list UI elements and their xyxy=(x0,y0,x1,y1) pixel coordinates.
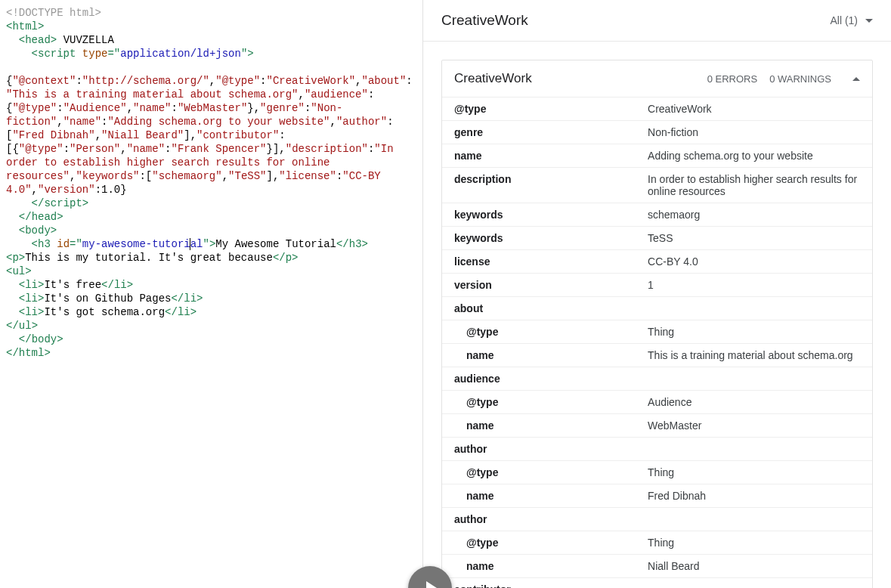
property-row[interactable]: genreNon-fiction xyxy=(442,121,872,144)
code-doctype: <!DOCTYPE html> xyxy=(6,7,101,19)
code-editor[interactable]: <!DOCTYPE html> <html> <head> VUVZELLA <… xyxy=(0,0,423,588)
results-panel: CreativeWork All (1) CreativeWork 0 ERRO… xyxy=(423,0,891,588)
property-row[interactable]: nameFred Dibnah xyxy=(442,484,872,508)
property-row[interactable]: @typeThing xyxy=(442,320,872,344)
property-key: about xyxy=(442,297,636,320)
property-key: license xyxy=(442,250,636,274)
warnings-label: 0 WARNINGS xyxy=(769,73,831,85)
property-row[interactable]: nameThis is a training material about sc… xyxy=(442,344,872,367)
chevron-down-icon xyxy=(865,19,873,23)
property-value: Thing xyxy=(636,461,872,484)
property-value xyxy=(636,438,872,461)
property-value: TeSS xyxy=(636,227,872,250)
property-value xyxy=(636,578,872,589)
property-key: version xyxy=(442,274,636,297)
filter-label: All (1) xyxy=(830,14,858,26)
property-value: WebMaster xyxy=(636,414,872,438)
errors-label: 0 ERRORS xyxy=(707,73,757,85)
property-key: name xyxy=(442,414,636,438)
property-value xyxy=(636,508,872,531)
card-header[interactable]: CreativeWork 0 ERRORS 0 WARNINGS xyxy=(442,60,872,97)
property-row[interactable]: licenseCC-BY 4.0 xyxy=(442,250,872,274)
property-row[interactable]: descriptionIn order to establish higher … xyxy=(442,168,872,203)
property-value: Thing xyxy=(636,320,872,344)
property-row[interactable]: audience xyxy=(442,367,872,391)
property-key: audience xyxy=(442,367,636,391)
property-row[interactable]: keywordsTeSS xyxy=(442,227,872,250)
property-value: 1 xyxy=(636,274,872,297)
property-key: @type xyxy=(442,461,636,484)
property-value: In order to establish higher search resu… xyxy=(636,168,872,203)
property-value: CreativeWork xyxy=(636,97,872,121)
property-key: @type xyxy=(442,320,636,344)
property-key: name xyxy=(442,484,636,508)
property-row[interactable]: author xyxy=(442,438,872,461)
property-key: @type xyxy=(442,97,636,121)
property-value xyxy=(636,297,872,320)
property-key: @type xyxy=(442,531,636,555)
chevron-up-icon xyxy=(852,77,860,81)
card-title: CreativeWork xyxy=(454,71,707,86)
property-row[interactable]: @typeAudience xyxy=(442,391,872,414)
property-row[interactable]: nameAdding schema.org to your website xyxy=(442,144,872,168)
properties-table: @typeCreativeWorkgenreNon-fictionnameAdd… xyxy=(442,97,872,588)
property-key: name xyxy=(442,144,636,168)
property-key: @type xyxy=(442,391,636,414)
property-key: contributor xyxy=(442,578,636,589)
property-row[interactable]: about xyxy=(442,297,872,320)
property-value: Fred Dibnah xyxy=(636,484,872,508)
property-value: Thing xyxy=(636,531,872,555)
property-row[interactable]: contributor xyxy=(442,578,872,589)
property-value: This is a training material about schema… xyxy=(636,344,872,367)
main-container: <!DOCTYPE html> <html> <head> VUVZELLA <… xyxy=(0,0,891,588)
property-key: author xyxy=(442,438,636,461)
property-key: name xyxy=(442,555,636,578)
property-key: genre xyxy=(442,121,636,144)
code-content: <!DOCTYPE html> <html> <head> VUVZELLA <… xyxy=(6,6,416,360)
property-value xyxy=(636,367,872,391)
property-row[interactable]: version1 xyxy=(442,274,872,297)
result-card: CreativeWork 0 ERRORS 0 WARNINGS @typeCr… xyxy=(441,60,873,588)
property-value: Niall Beard xyxy=(636,555,872,578)
property-row[interactable]: nameWebMaster xyxy=(442,414,872,438)
property-key: keywords xyxy=(442,227,636,250)
property-key: name xyxy=(442,344,636,367)
status-group: 0 ERRORS 0 WARNINGS xyxy=(707,73,860,85)
property-value: Adding schema.org to your website xyxy=(636,144,872,168)
property-value: schemaorg xyxy=(636,203,872,227)
property-value: Audience xyxy=(636,391,872,414)
property-row[interactable]: keywordsschemaorg xyxy=(442,203,872,227)
play-icon xyxy=(426,581,437,588)
property-row[interactable]: nameNiall Beard xyxy=(442,555,872,578)
property-value: Non-fiction xyxy=(636,121,872,144)
property-row[interactable]: @typeCreativeWork xyxy=(442,97,872,121)
property-key: keywords xyxy=(442,203,636,227)
property-key: author xyxy=(442,508,636,531)
property-key: description xyxy=(442,168,636,203)
filter-dropdown[interactable]: All (1) xyxy=(830,14,873,26)
property-value: CC-BY 4.0 xyxy=(636,250,872,274)
property-row[interactable]: author xyxy=(442,508,872,531)
property-row[interactable]: @typeThing xyxy=(442,531,872,555)
property-row[interactable]: @typeThing xyxy=(442,461,872,484)
results-header: CreativeWork All (1) xyxy=(423,0,891,42)
results-title: CreativeWork xyxy=(441,12,528,29)
